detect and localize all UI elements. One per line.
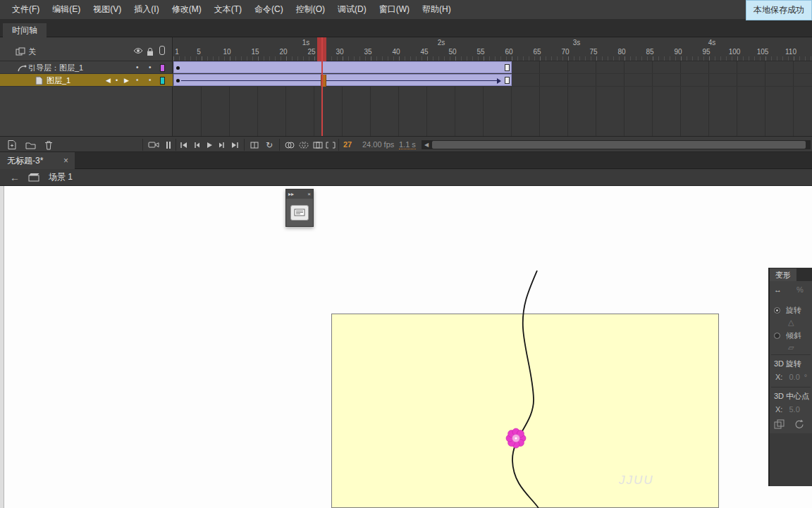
controller-monitor-button[interactable] — [290, 205, 309, 221]
duplicate-transform-button[interactable] — [774, 422, 787, 430]
new-layer-button[interactable] — [6, 139, 18, 151]
playhead-line[interactable] — [321, 37, 323, 136]
guide-layer-frame-row[interactable] — [173, 61, 812, 74]
lock-icon[interactable] — [147, 47, 154, 56]
layer-outline-color-swatch[interactable] — [160, 77, 165, 85]
outline-color-column-icon[interactable] — [159, 46, 165, 55]
ruler-frame-number: 30 — [333, 48, 347, 56]
center3d-section-label: 3D 中心点 — [774, 391, 812, 402]
step-forward-button[interactable] — [216, 139, 228, 151]
scale-percent-label[interactable]: % — [796, 285, 804, 294]
monitor-icon — [294, 209, 305, 217]
flower-object[interactable] — [506, 428, 526, 448]
menu-edit[interactable]: 编辑(E) — [46, 0, 87, 19]
menu-text[interactable]: 文本(T) — [208, 0, 248, 19]
panel-close-icon[interactable]: × — [307, 191, 311, 197]
stage-drawing — [0, 186, 812, 508]
layer-visible-dot[interactable]: • — [136, 61, 139, 74]
scroll-left-button[interactable]: ◀ — [422, 140, 431, 149]
current-frame-field[interactable]: 27 — [343, 140, 352, 149]
scrollbar-thumb[interactable] — [432, 141, 806, 149]
delete-layer-button[interactable] — [42, 139, 55, 151]
elapsed-time-field[interactable]: 1.1 s — [399, 140, 416, 149]
back-arrow-icon[interactable]: ← — [10, 172, 20, 183]
play-button[interactable] — [204, 139, 215, 151]
ruler-frame-number: 80 — [615, 48, 629, 56]
skew-angle-icon[interactable]: ▱ — [788, 343, 794, 352]
menu-control[interactable]: 控制(O) — [290, 0, 331, 19]
guide-layer-frame-span[interactable] — [173, 61, 512, 73]
layer-row-guide[interactable]: 引导层：图层_1 • • — [0, 61, 173, 74]
edit-multiple-frames-button[interactable] — [312, 139, 324, 151]
motion-guide-curve[interactable] — [512, 271, 539, 508]
rotate3d-x-value[interactable]: 0.0 — [789, 373, 799, 381]
layer-row-layer1-selected[interactable]: 图层_1 ◀ • ▶ • • — [0, 74, 173, 87]
controller-floating-panel[interactable]: ▸▸ × — [285, 189, 314, 227]
menu-insert[interactable]: 插入(I) — [128, 0, 165, 19]
onion-skin-button[interactable] — [283, 139, 296, 151]
tab-timeline[interactable]: 时间轴 — [3, 23, 47, 37]
document-close-icon[interactable]: × — [63, 152, 68, 169]
document-tab-title: 无标题-3* — [7, 156, 43, 166]
stage-pasteboard[interactable]: ▸▸ × JJUU — [0, 186, 812, 508]
go-to-last-frame-button[interactable] — [229, 139, 240, 151]
menu-debug[interactable]: 调试(D) — [331, 0, 373, 19]
panel-collapse-icon[interactable]: ▸▸ — [288, 191, 294, 197]
frame-rate-field[interactable]: 24.00 fps — [362, 140, 394, 149]
next-keyframe-icon[interactable]: ▶ — [124, 74, 129, 87]
rotate-label: 旋转 — [786, 306, 801, 314]
step-back-button[interactable] — [191, 139, 202, 151]
layer1-frame-row[interactable] — [173, 74, 812, 87]
remove-transform-button[interactable] — [794, 422, 804, 430]
scene-breadcrumb-label[interactable]: 场景 1 — [49, 171, 73, 183]
menu-help[interactable]: 帮助(H) — [416, 0, 457, 19]
transform-panel: 变形 ↔ % 旋转 △ 倾斜 ▱ 3D 旋转 X: — [768, 268, 812, 486]
document-tab-untitled3[interactable]: 无标题-3* × — [0, 152, 75, 169]
show-hide-eye-icon[interactable] — [133, 47, 143, 54]
center3d-x-value[interactable]: 5.0 — [789, 405, 799, 414]
ruler-frame-number: 105 — [756, 48, 770, 56]
ruler-frame-number: 15 — [248, 48, 262, 56]
rotate-angle-icon[interactable]: △ — [788, 318, 794, 326]
timeline-frames-area[interactable]: 1s 2s 3s 4s 1 5 10 15 20 25 30 35 40 45 … — [173, 37, 812, 136]
layer-outline-color-swatch[interactable] — [160, 64, 165, 72]
rotate-radio[interactable] — [774, 307, 780, 314]
timeline-horizontal-scrollbar[interactable]: ◀ — [422, 140, 811, 149]
layer-lock-dot[interactable]: • — [149, 74, 152, 87]
duplicate-transform-icon — [774, 419, 785, 429]
ruler-second-label: 2s — [434, 39, 448, 47]
menu-view[interactable]: 视图(V) — [87, 0, 128, 19]
layer-lock-dot[interactable]: • — [149, 61, 152, 74]
document-tab-bar: 无标题-3* × — [0, 152, 812, 169]
scene-icon — [28, 173, 40, 182]
go-to-first-frame-button[interactable] — [178, 139, 190, 151]
center-frame-icon — [250, 142, 259, 149]
center-frame-button[interactable] — [248, 139, 261, 151]
menu-commands[interactable]: 命令(C) — [248, 0, 290, 19]
menu-window[interactable]: 窗口(W) — [373, 0, 416, 19]
new-folder-button[interactable] — [24, 139, 37, 151]
first-frame-icon — [180, 142, 188, 149]
tab-transform[interactable]: 变形 — [770, 268, 796, 282]
camera-button[interactable] — [147, 139, 161, 151]
menu-file[interactable]: 文件(F) — [6, 0, 46, 19]
menu-modify[interactable]: 修改(M) — [166, 0, 208, 19]
modify-markers-button[interactable] — [324, 139, 337, 151]
loop-playback-button[interactable]: ↻ — [264, 139, 275, 151]
ruler-frame-number: 10 — [220, 48, 234, 56]
trash-icon — [44, 140, 53, 150]
layer1-tween-span[interactable] — [173, 74, 512, 86]
prev-keyframe-icon[interactable]: ◀ — [106, 74, 111, 87]
center3d-x-label: X: — [775, 405, 782, 414]
controller-panel-body — [286, 199, 313, 226]
skew-radio[interactable] — [774, 333, 780, 339]
timeline-ruler[interactable]: 1s 2s 3s 4s 1 5 10 15 20 25 30 35 40 45 … — [173, 37, 812, 61]
onion-skin-outlines-button[interactable] — [297, 139, 310, 151]
guide-layer-name[interactable]: 引导层：图层_1 — [28, 61, 83, 74]
layer1-name[interactable]: 图层_1 — [47, 74, 70, 87]
layer-page-icon — [35, 76, 43, 85]
step-back-icon — [192, 142, 201, 149]
show-layer-depth-button[interactable] — [164, 139, 173, 151]
flash-application-window: 文件(F) 编辑(E) 视图(V) 插入(I) 修改(M) 文本(T) 命令(C… — [0, 0, 812, 508]
layer-visible-dot[interactable]: • — [136, 74, 139, 87]
